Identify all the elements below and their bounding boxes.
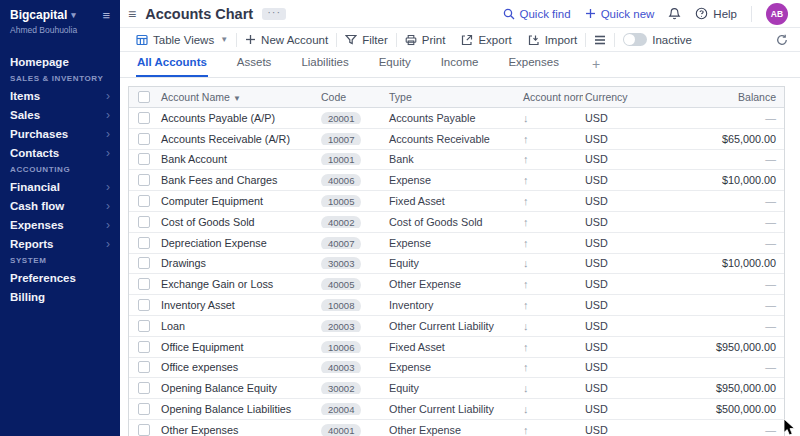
table-row[interactable]: Inventory Asset 10008 Inventory ↑ USD — <box>129 295 784 316</box>
quick-find-button[interactable]: Quick find <box>503 8 571 20</box>
row-checkbox[interactable] <box>138 112 150 124</box>
account-code-badge: 20001 <box>321 112 361 124</box>
plus-icon <box>585 8 596 19</box>
tab-all-accounts[interactable]: All Accounts <box>136 50 208 77</box>
filter-button[interactable]: Filter <box>337 28 396 51</box>
sidebar-item-cash-flow[interactable]: Cash flow› <box>0 196 120 215</box>
table-row[interactable]: Accounts Receivable (A/R) 10007 Accounts… <box>129 129 784 150</box>
table-row[interactable]: Exchange Gain or Loss 40005 Other Expens… <box>129 274 784 295</box>
table-row[interactable]: Accounts Payable (A/P) 20001 Accounts Pa… <box>129 108 784 129</box>
account-name: Loan <box>159 320 319 332</box>
row-checkbox[interactable] <box>138 195 150 207</box>
sidebar-item-reports[interactable]: Reports› <box>0 234 120 253</box>
row-checkbox[interactable] <box>138 361 150 373</box>
row-height-button[interactable] <box>586 28 614 51</box>
account-name: Depreciation Expense <box>159 237 319 249</box>
chevron-right-icon: › <box>106 108 110 122</box>
account-normal-arrow-icon: ↑ <box>513 237 583 249</box>
sidebar-item-billing[interactable]: Billing <box>0 287 120 306</box>
row-checkbox[interactable] <box>138 133 150 145</box>
new-account-button[interactable]: New Account <box>237 28 336 51</box>
export-button[interactable]: Export <box>453 28 519 51</box>
select-all-checkbox[interactable] <box>138 91 150 103</box>
notifications-button[interactable] <box>668 7 681 20</box>
toolbar: Table Views ▼ New Account Filter Print E… <box>120 28 800 52</box>
chevron-right-icon: › <box>106 237 110 251</box>
table-row[interactable]: Cost of Goods Sold 40002 Cost of Goods S… <box>129 212 784 233</box>
add-tab-button[interactable]: + <box>588 53 604 77</box>
page-more-button[interactable]: ··· <box>262 8 286 20</box>
column-header-code[interactable]: Code <box>319 91 387 103</box>
table-row[interactable]: Office expenses 40003 Expense ↑ USD — <box>129 358 784 379</box>
account-name: Computer Equipment <box>159 195 319 207</box>
sidebar-item-items[interactable]: Items› <box>0 86 120 105</box>
caret-down-icon: ▼ <box>220 35 228 44</box>
account-name: Accounts Payable (A/P) <box>159 112 319 124</box>
row-checkbox[interactable] <box>138 341 150 353</box>
sidebar-item-preferences[interactable]: Preferences <box>0 268 120 287</box>
quick-new-button[interactable]: Quick new <box>585 8 655 20</box>
table-row[interactable]: Depreciation Expense 40007 Expense ↑ USD… <box>129 233 784 254</box>
sidebar-item-purchases[interactable]: Purchases› <box>0 124 120 143</box>
row-checkbox[interactable] <box>138 320 150 332</box>
user-name: Ahmed Bouhuolia <box>0 22 120 35</box>
table-row[interactable]: Opening Balance Liabilities 20004 Other … <box>129 399 784 420</box>
tab-assets[interactable]: Assets <box>236 50 273 77</box>
table-row[interactable]: Drawings 30003 Equity ↓ USD $10,000.00 <box>129 254 784 275</box>
table-views-button[interactable]: Table Views ▼ <box>128 28 236 51</box>
inactive-toggle[interactable]: Inactive <box>615 28 700 51</box>
print-button[interactable]: Print <box>397 28 454 51</box>
user-avatar[interactable]: AB <box>766 3 788 25</box>
account-currency: USD <box>583 112 647 124</box>
column-header-currency[interactable]: Currency <box>583 91 647 103</box>
help-button[interactable]: Help <box>695 7 737 20</box>
sidebar-item-homepage[interactable]: Homepage <box>0 52 120 71</box>
org-switcher-button[interactable]: Bigcapital ▾ <box>10 8 76 22</box>
tab-liabilities[interactable]: Liabilities <box>300 50 349 77</box>
row-checkbox[interactable] <box>138 424 150 436</box>
tab-income[interactable]: Income <box>440 50 480 77</box>
sidebar-section-accounting: ACCOUNTING <box>0 162 120 177</box>
table-row[interactable]: Office Equipment 10006 Fixed Asset ↑ USD… <box>129 337 784 358</box>
row-checkbox[interactable] <box>138 216 150 228</box>
table-row[interactable]: Bank Fees and Charges 40006 Expense ↑ US… <box>129 170 784 191</box>
table-row[interactable]: Opening Balance Equity 30002 Equity ↓ US… <box>129 378 784 399</box>
column-header-account-normal[interactable]: Account normal <box>513 91 583 103</box>
account-name: Cost of Goods Sold <box>159 216 319 228</box>
account-balance: — <box>647 112 784 124</box>
tab-expenses[interactable]: Expenses <box>507 50 560 77</box>
account-name: Accounts Receivable (A/R) <box>159 133 319 145</box>
sidebar-item-expenses[interactable]: Expenses› <box>0 215 120 234</box>
account-currency: USD <box>583 216 647 228</box>
table-row[interactable]: Bank Account 10001 Bank ↑ USD — <box>129 150 784 171</box>
table-row[interactable]: Computer Equipment 10005 Fixed Asset ↑ U… <box>129 191 784 212</box>
sidebar-collapse-icon[interactable]: ≡ <box>102 9 110 22</box>
sidebar-item-financial[interactable]: Financial› <box>0 177 120 196</box>
hamburger-menu-icon[interactable]: ≡ <box>128 7 136 21</box>
account-currency: USD <box>583 133 647 145</box>
row-checkbox[interactable] <box>138 278 150 290</box>
column-header-account-name[interactable]: Account Name▼ <box>159 91 319 103</box>
import-button[interactable]: Import <box>520 28 586 51</box>
row-checkbox[interactable] <box>138 403 150 415</box>
row-checkbox[interactable] <box>138 153 150 165</box>
toggle-switch[interactable] <box>623 33 647 46</box>
row-checkbox[interactable] <box>138 382 150 394</box>
account-type: Accounts Payable <box>387 112 513 124</box>
table-header-row: Account Name▼ Code Type Account normal C… <box>129 87 784 108</box>
account-name: Other Expenses <box>159 424 319 436</box>
column-header-balance[interactable]: Balance <box>647 91 784 103</box>
row-checkbox[interactable] <box>138 174 150 186</box>
table-row[interactable]: Other Expenses 40001 Other Expense ↑ USD… <box>129 420 784 436</box>
sidebar-item-sales[interactable]: Sales› <box>0 105 120 124</box>
column-header-type[interactable]: Type <box>387 91 513 103</box>
table-row[interactable]: Loan 20003 Other Current Liability ↓ USD… <box>129 316 784 337</box>
account-code-badge: 40005 <box>321 278 361 290</box>
row-checkbox[interactable] <box>138 237 150 249</box>
refresh-button[interactable] <box>776 34 788 46</box>
row-checkbox[interactable] <box>138 257 150 269</box>
tab-equity[interactable]: Equity <box>378 50 412 77</box>
row-checkbox[interactable] <box>138 299 150 311</box>
sidebar-item-contacts[interactable]: Contacts› <box>0 143 120 162</box>
account-name: Office Equipment <box>159 341 319 353</box>
